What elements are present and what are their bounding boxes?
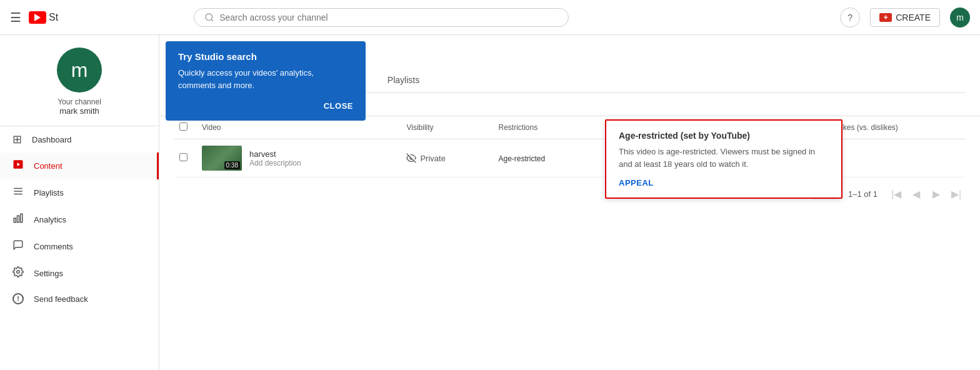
help-button[interactable]: ?: [840, 8, 860, 28]
sidebar-item-send-feedback[interactable]: ! Send feedback: [0, 287, 159, 311]
prev-page-button[interactable]: ◀: [908, 185, 925, 202]
top-header: ☰ St ? CREATE m: [0, 0, 980, 35]
appeal-button[interactable]: APPEAL: [619, 178, 654, 188]
create-button[interactable]: CREATE: [870, 8, 940, 27]
tab-playlists[interactable]: Playlists: [375, 69, 432, 93]
search-bar[interactable]: [194, 8, 569, 27]
tooltip-title: Try Studio search: [178, 51, 353, 62]
sidebar-item-content-label: Content: [34, 161, 62, 171]
main-layout: m Your channel mark smith ⊞ Dashboard Co…: [0, 35, 980, 370]
search-tooltip: Try Studio search Quickly access your vi…: [166, 41, 366, 121]
svg-point-0: [206, 14, 212, 21]
sidebar-item-settings[interactable]: Settings: [0, 260, 159, 287]
sidebar-item-analytics-label: Analytics: [34, 215, 66, 224]
header-right: ? CREATE m: [840, 8, 970, 28]
sidebar-item-content[interactable]: Content: [0, 152, 159, 179]
studio-text: St: [49, 12, 58, 23]
sidebar-item-settings-label: Settings: [34, 269, 63, 278]
comments-icon: [12, 239, 24, 254]
svg-rect-7: [18, 216, 19, 222]
age-popup-description: This video is age-restricted. Viewers mu…: [619, 146, 829, 170]
videos-table-wrap: Video Visibility Restrictions Date Views…: [159, 116, 980, 178]
table-row: 0:38 harvest Add description: [174, 139, 965, 178]
row-checkbox[interactable]: [179, 153, 188, 161]
sidebar-item-label: Dashboard: [32, 135, 72, 144]
pagination-nav: |◀ ◀ ▶ ▶|: [888, 185, 965, 202]
youtube-logo: St: [29, 11, 58, 24]
select-all-checkbox[interactable]: [179, 122, 188, 131]
analytics-icon: [12, 212, 24, 227]
youtube-icon: [29, 11, 46, 24]
search-icon: [204, 12, 214, 22]
last-page-button[interactable]: ▶|: [948, 185, 965, 202]
svg-rect-8: [21, 214, 22, 222]
sidebar-item-analytics[interactable]: Analytics: [0, 206, 159, 233]
first-page-button[interactable]: |◀: [888, 185, 905, 202]
search-input[interactable]: [219, 12, 558, 22]
channel-label: Your channel: [58, 98, 101, 106]
visibility-cell: Private: [406, 153, 488, 163]
likes-cell: –: [832, 139, 966, 178]
avatar[interactable]: m: [950, 8, 970, 28]
settings-icon: [12, 266, 24, 281]
sidebar-item-dashboard[interactable]: ⊞ Dashboard: [0, 126, 159, 152]
videos-table: Video Visibility Restrictions Date Views…: [174, 116, 965, 178]
next-page-button[interactable]: ▶: [928, 185, 945, 202]
sidebar-item-comments-label: Comments: [34, 242, 73, 251]
sidebar-item-playlists[interactable]: Playlists: [0, 179, 159, 206]
tooltip-close-button[interactable]: CLOSE: [178, 101, 353, 111]
age-restriction-popup: Age-restricted (set by YouTube) This vid…: [605, 119, 842, 199]
create-label: CREATE: [896, 12, 931, 22]
col-visibility: Visibility: [401, 116, 493, 139]
content-icon: [12, 159, 24, 173]
video-thumbnail: 0:38: [202, 146, 242, 171]
sidebar-item-comments[interactable]: Comments: [0, 233, 159, 260]
pagination: Rows per page: 30 50 100 1–1 of 1 |◀ ◀ ▶…: [159, 178, 980, 210]
visibility-label: Private: [420, 154, 445, 163]
video-cell: 0:38 harvest Add description: [202, 146, 396, 171]
sidebar-item-feedback-label: Send feedback: [34, 294, 88, 304]
restriction-badge: Age-restricted: [498, 154, 545, 163]
hamburger-icon[interactable]: ☰: [10, 10, 21, 25]
sidebar: m Your channel mark smith ⊞ Dashboard Co…: [0, 35, 159, 370]
svg-rect-6: [14, 218, 16, 222]
video-duration: 0:38: [224, 161, 240, 169]
dashboard-icon: ⊞: [12, 132, 22, 146]
feedback-icon: !: [12, 293, 24, 304]
playlists-icon: [12, 186, 24, 200]
create-flag-icon: [879, 13, 892, 22]
age-popup-title: Age-restricted (set by YouTube): [619, 131, 829, 141]
channel-section: m Your channel mark smith: [0, 35, 159, 126]
video-description: Add description: [249, 159, 301, 168]
header-left: ☰ St: [10, 10, 58, 25]
tooltip-description: Quickly access your videos' analytics, c…: [178, 67, 353, 91]
video-info: harvest Add description: [249, 149, 301, 168]
channel-name: mark smith: [59, 106, 99, 116]
svg-point-9: [17, 271, 20, 274]
col-restrictions: Restrictions: [493, 116, 599, 139]
private-icon: [406, 153, 416, 163]
channel-avatar: m: [57, 48, 102, 92]
main-content: Try Studio search Quickly access your vi…: [159, 35, 980, 370]
sidebar-item-playlists-label: Playlists: [34, 188, 64, 198]
page-range: 1–1 of 1: [848, 189, 878, 199]
video-title: harvest: [249, 149, 301, 159]
col-likes: Likes (vs. dislikes): [832, 116, 966, 139]
